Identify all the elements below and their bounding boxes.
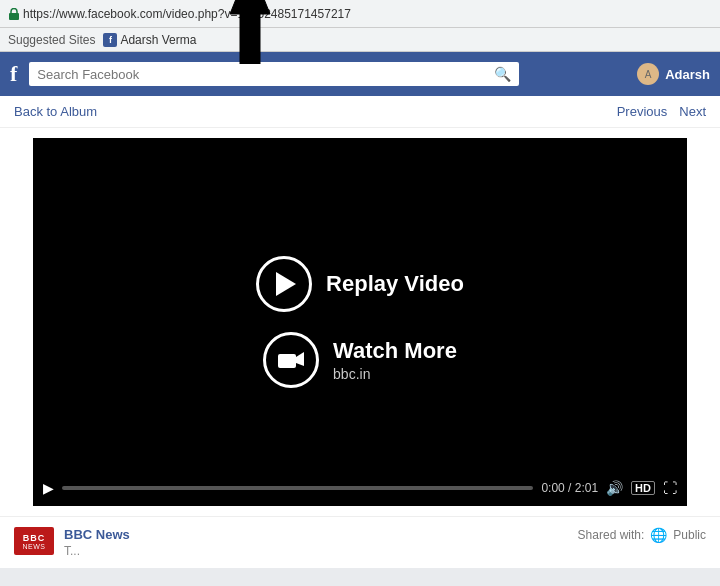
play-triangle-icon (276, 272, 296, 296)
watch-more-sub: bbc.in (333, 366, 457, 382)
ssl-icon: https://www.facebook.com/video.php?v=101… (8, 7, 351, 21)
globe-icon: 🌐 (650, 527, 667, 543)
next-link[interactable]: Next (679, 104, 706, 119)
footer-info: BBC News T... (64, 527, 568, 558)
previous-link[interactable]: Previous (617, 104, 668, 119)
footer-channel[interactable]: BBC News (64, 527, 568, 542)
hd-badge[interactable]: HD (631, 481, 655, 495)
fb-logo: f (10, 61, 17, 87)
play-pause-button[interactable]: ▶ (43, 480, 54, 496)
svg-marker-3 (296, 352, 304, 366)
visibility-label: Public (673, 528, 706, 542)
play-circle-icon (256, 256, 312, 312)
footer-description: T... (64, 544, 568, 558)
watch-more-label: Watch More (333, 338, 457, 364)
progress-bar[interactable] (62, 486, 533, 490)
suggested-sites[interactable]: Suggested Sites (8, 33, 95, 47)
url-text: https://www.facebook.com/video.php?v=101… (23, 7, 351, 21)
footer-right: Shared with: 🌐 Public (578, 527, 706, 543)
svg-rect-2 (278, 354, 296, 368)
replay-label: Replay Video (326, 271, 464, 297)
back-to-album-link[interactable]: Back to Album (14, 104, 97, 119)
user-bookmark[interactable]: f Adarsh Verma (103, 33, 196, 47)
nav-username: Adarsh (665, 67, 710, 82)
bbc-news-text: NEWS (23, 543, 46, 550)
camera-icon (278, 350, 304, 370)
page-content: Back to Album Previous Next Replay Video (0, 96, 720, 568)
watch-more-button[interactable]: Watch More bbc.in (263, 332, 457, 388)
browser-address-bar: https://www.facebook.com/video.php?v=101… (0, 0, 720, 28)
fullscreen-icon[interactable]: ⛶ (663, 480, 677, 496)
search-input[interactable] (37, 67, 488, 82)
avatar: A (637, 63, 659, 85)
volume-icon[interactable]: 🔊 (606, 480, 623, 496)
shared-with-label: Shared with: (578, 528, 645, 542)
album-navigation: Back to Album Previous Next (0, 96, 720, 128)
camera-circle-icon (263, 332, 319, 388)
time-display: 0:00 / 2:01 (541, 481, 598, 495)
replay-text: Replay Video (326, 271, 464, 297)
watch-more-text: Watch More bbc.in (333, 338, 457, 382)
svg-rect-0 (9, 13, 19, 20)
video-player: Replay Video Watch More bbc.in ▶ 0:00 / … (33, 138, 687, 506)
nav-right: A Adarsh (637, 63, 710, 85)
fb-favicon-small: f (103, 33, 117, 47)
facebook-navbar: f 🔍 A Adarsh (0, 52, 720, 96)
bookmarks-bar: Suggested Sites f Adarsh Verma (0, 28, 720, 52)
prev-next-nav: Previous Next (617, 104, 706, 119)
arrow-annotation (215, 0, 285, 64)
user-bookmark-label: Adarsh Verma (120, 33, 196, 47)
search-icon: 🔍 (494, 66, 511, 82)
svg-marker-1 (230, 0, 270, 64)
video-footer: BBC NEWS BBC News T... Shared with: 🌐 Pu… (0, 516, 720, 568)
video-controls: ▶ 0:00 / 2:01 🔊 HD ⛶ (33, 470, 687, 506)
search-bar[interactable]: 🔍 (29, 62, 519, 86)
bbc-logo: BBC NEWS (14, 527, 54, 555)
bbc-text: BBC (23, 533, 46, 543)
replay-button[interactable]: Replay Video (256, 256, 464, 312)
